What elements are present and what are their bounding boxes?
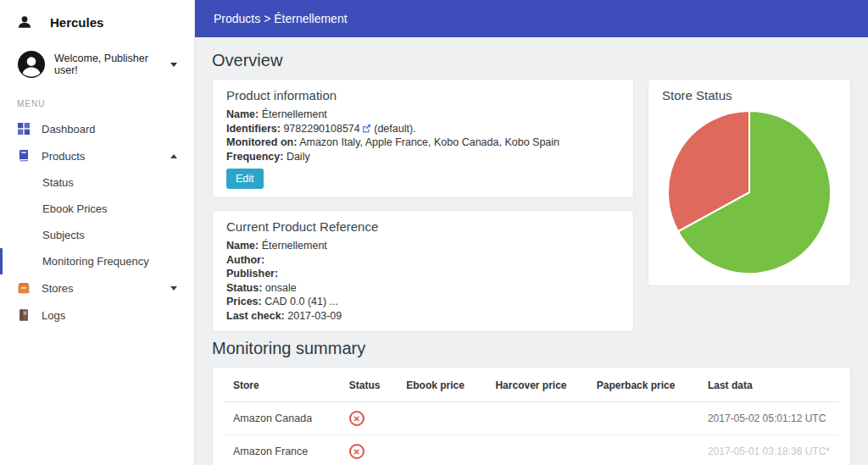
paperback-price-cell bbox=[588, 435, 699, 465]
field-frequency: Frequency: Daily bbox=[226, 150, 620, 164]
store-status-title: Store Status bbox=[662, 88, 837, 102]
col-status: Status bbox=[341, 368, 398, 402]
hardcover-price-cell bbox=[487, 402, 587, 435]
store-name: Amazon Canada bbox=[225, 402, 341, 435]
sidebar-item-logs[interactable]: Logs bbox=[0, 302, 194, 329]
welcome-text: Welcome, Publisher user! bbox=[54, 53, 164, 76]
sidebar: Hercules Welcome, Publisher user! MENU D… bbox=[0, 0, 195, 465]
avatar bbox=[17, 50, 46, 79]
product-info-title: Product information bbox=[226, 88, 620, 102]
chevron-down-icon bbox=[170, 63, 177, 67]
status-cell: ✕ bbox=[341, 402, 398, 435]
col-last-data: Last data bbox=[699, 368, 838, 402]
pie-svg bbox=[665, 108, 834, 277]
hardcover-price-cell bbox=[487, 435, 587, 465]
brand[interactable]: Hercules bbox=[0, 0, 194, 40]
page-title: Overview bbox=[212, 51, 851, 70]
sidebar-item-monitoring-frequency[interactable]: Monitoring Frequency bbox=[0, 248, 194, 274]
topbar: Products > Éternellement bbox=[195, 0, 868, 37]
sidebar-item-products[interactable]: Products bbox=[0, 142, 194, 169]
field-name: Name: Éternellement bbox=[226, 239, 620, 253]
stores-icon bbox=[17, 281, 31, 295]
menu-label: MENU bbox=[0, 89, 194, 115]
sidebar-menu: DashboardProductsStatusEbook PricesSubje… bbox=[0, 115, 194, 329]
breadcrumb[interactable]: Products > Éternellement bbox=[214, 12, 348, 25]
last-data-cell: 2017-05-02 05:01:12 UTC bbox=[699, 402, 838, 435]
content: Overview Product information Name: Étern… bbox=[195, 37, 868, 465]
overview-row: Product information Name: ÉternellementI… bbox=[212, 79, 851, 332]
chevron-up-icon bbox=[170, 154, 177, 158]
field-publisher: Publisher: bbox=[226, 267, 620, 281]
monitoring-title: Monitoring summary bbox=[212, 339, 851, 358]
col-paperback-price: Paperback price bbox=[588, 368, 699, 402]
product-info-fields: Name: ÉternellementIdentifiers: 97822901… bbox=[226, 108, 620, 163]
last-data-cell: 2017-05-01 03:18:36 UTC* bbox=[699, 435, 838, 465]
external-link-icon[interactable] bbox=[362, 124, 371, 133]
current-reference-card: Current Product Reference Name: Éternell… bbox=[212, 210, 634, 332]
user-icon bbox=[17, 14, 32, 30]
overview-left-column: Product information Name: ÉternellementI… bbox=[212, 79, 634, 332]
app-title: Hercules bbox=[50, 15, 103, 30]
table-row: Amazon France✕2017-05-01 03:18:36 UTC* bbox=[225, 435, 838, 465]
col-harcover-price: Harcover price bbox=[487, 368, 587, 402]
products-icon bbox=[17, 149, 31, 163]
col-ebook-price: Ebook price bbox=[398, 368, 487, 402]
ebook-price-cell bbox=[398, 435, 487, 465]
col-store: Store bbox=[225, 368, 341, 402]
sidebar-item-ebook-prices[interactable]: Ebook Prices bbox=[0, 196, 194, 222]
last-data-value: 2017-05-02 05:01:12 UTC bbox=[708, 412, 826, 424]
store-status-card: Store Status bbox=[648, 79, 851, 286]
app-root: Hercules Welcome, Publisher user! MENU D… bbox=[0, 0, 868, 465]
chevron-down-icon bbox=[170, 286, 177, 291]
field-monitored-on: Monitored on: Amazon Italy, Apple France… bbox=[226, 136, 620, 150]
field-last-check: Last check: 2017-03-09 bbox=[226, 309, 620, 324]
edit-button[interactable]: Edit bbox=[226, 169, 264, 189]
current-reference-title: Current Product Reference bbox=[226, 219, 620, 234]
paperback-price-cell bbox=[588, 402, 699, 435]
status-cell: ✕ bbox=[341, 435, 398, 465]
sidebar-item-dashboard[interactable]: Dashboard bbox=[0, 115, 194, 142]
sidebar-item-stores[interactable]: Stores bbox=[0, 274, 194, 302]
dashboard-icon bbox=[17, 122, 31, 136]
error-status-icon: ✕ bbox=[349, 444, 364, 459]
main-area: Products > Éternellement Overview Produc… bbox=[195, 0, 868, 465]
error-status-icon: ✕ bbox=[349, 411, 364, 426]
current-reference-fields: Name: ÉternellementAuthor: Publisher: St… bbox=[226, 239, 620, 323]
product-info-card: Product information Name: ÉternellementI… bbox=[212, 79, 634, 198]
field-author: Author: bbox=[226, 253, 620, 268]
sidebar-item-subjects[interactable]: Subjects bbox=[0, 222, 194, 248]
table-row: Amazon Canada✕2017-05-02 05:01:12 UTC bbox=[225, 402, 838, 435]
field-status: Status: onsale bbox=[226, 281, 620, 296]
monitoring-table-card: StoreStatusEbook priceHarcover pricePape… bbox=[212, 367, 851, 465]
monitoring-table: StoreStatusEbook priceHarcover pricePape… bbox=[225, 368, 838, 465]
field-prices: Prices: CAD 0.0 (41) ... bbox=[226, 295, 620, 309]
logs-icon bbox=[17, 308, 31, 322]
user-menu[interactable]: Welcome, Publisher user! bbox=[0, 40, 194, 89]
ebook-price-cell bbox=[398, 402, 487, 435]
sidebar-item-status[interactable]: Status bbox=[0, 169, 194, 196]
field-identifiers: Identifiers: 9782290108574 (default). bbox=[226, 122, 620, 136]
field-name: Name: Éternellement bbox=[226, 108, 620, 122]
store-status-pie-chart bbox=[662, 108, 837, 277]
store-name: Amazon France bbox=[225, 435, 341, 465]
last-data-value: 2017-05-01 03:18:36 UTC* bbox=[708, 446, 830, 457]
